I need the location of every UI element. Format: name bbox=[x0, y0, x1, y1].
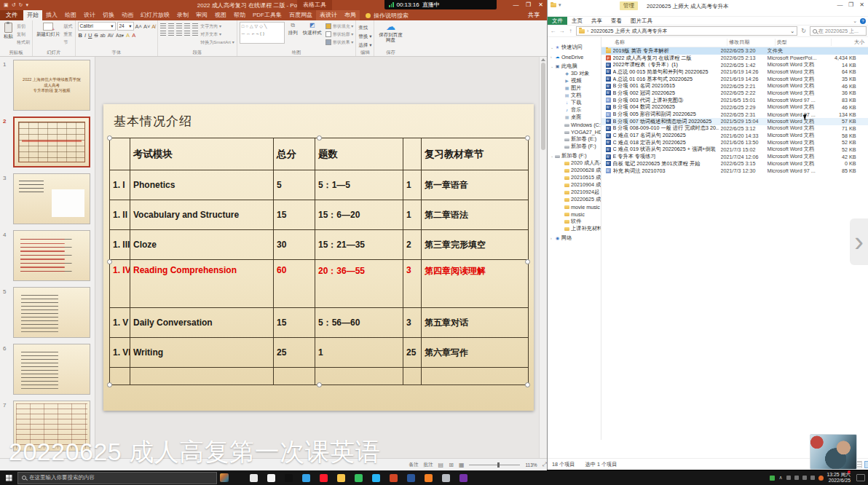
nav-pane-item[interactable]: 新加卷 (E:) bbox=[548, 135, 601, 143]
tray-volume-icon[interactable] bbox=[794, 476, 799, 480]
quick-styles-button[interactable]: ◩ 快速样式 bbox=[301, 22, 323, 36]
cut-button[interactable]: 剪切 bbox=[17, 23, 30, 30]
taskbar-app-icon[interactable] bbox=[407, 474, 415, 482]
bullets-icon[interactable] bbox=[160, 23, 166, 28]
ribbon-tab[interactable]: 开始 bbox=[23, 10, 42, 20]
nav-pane-item[interactable]: 下载 bbox=[548, 99, 601, 106]
justify-icon[interactable] bbox=[184, 31, 190, 36]
selection-handle[interactable] bbox=[107, 382, 112, 387]
file-row[interactable]: A 总说 01 016 基本句式 20220625 2021/6/19 14:2… bbox=[601, 76, 868, 83]
next-page-chevron[interactable]: › bbox=[850, 218, 868, 265]
selection-handle[interactable] bbox=[525, 135, 530, 141]
ribbon-tab[interactable]: 切换 bbox=[99, 10, 118, 20]
taskbar-app-icon[interactable] bbox=[302, 474, 310, 482]
taskbar-app-icon[interactable] bbox=[320, 474, 328, 482]
explorer-menu-tab[interactable]: 文件 bbox=[548, 17, 567, 25]
taskbar-app-icon[interactable] bbox=[250, 474, 258, 482]
explorer-search-input[interactable]: 在 20220625 上... bbox=[810, 26, 867, 36]
taskbar-app-icon[interactable] bbox=[372, 474, 380, 482]
file-row[interactable]: 2022 成人高考复习 在线课程 二版 2022/6/25 2:13 Micro… bbox=[601, 55, 868, 62]
file-row[interactable]: B 分项 007 动词概述和情态动词 20220625 2021/5/29 15… bbox=[601, 118, 868, 125]
nav-pane-item[interactable]: ⌄ 新加卷 (F:) bbox=[548, 152, 601, 159]
tray-network-icon[interactable] bbox=[802, 476, 807, 480]
font-size-select[interactable]: 24▾ bbox=[117, 22, 134, 31]
find-button[interactable]: 查找 bbox=[358, 25, 371, 31]
file-row[interactable]: 2019版 英语 专升本解析 2022/6/25 3:20 文件夹 bbox=[601, 47, 868, 55]
refresh-icon[interactable]: ↻ bbox=[800, 28, 808, 34]
tray-cloud-app-icon[interactable] bbox=[818, 476, 824, 481]
ribbon-collapse-icon[interactable]: ⌄ bbox=[853, 18, 857, 24]
nav-pane-item[interactable]: 20200628 成人高复 bbox=[548, 167, 601, 174]
bold-button[interactable]: B bbox=[79, 32, 82, 39]
zoom-slider[interactable] bbox=[469, 465, 520, 465]
ribbon-tab[interactable]: 布局 bbox=[341, 10, 360, 20]
underline-button[interactable]: U bbox=[88, 32, 92, 39]
strikethrough-button[interactable]: S bbox=[94, 32, 98, 39]
shape-fill-button[interactable]: 形状填充 ▾ bbox=[326, 23, 354, 30]
slide-thumbnail-image[interactable] bbox=[13, 344, 90, 395]
nav-pane-item[interactable]: 视频 bbox=[548, 77, 601, 84]
search-highlight-icon[interactable] bbox=[220, 473, 229, 482]
slide-thumbnail-image[interactable]: 2022 上海师范大学继续教育学院 成人高考 专升本阶段 复习视频 bbox=[13, 60, 90, 111]
slide-thumbnail[interactable]: 5 bbox=[3, 287, 90, 338]
nav-pane-item[interactable]: YOGA27_HDD (D:) bbox=[548, 128, 601, 135]
nav-pane-item[interactable]: ⌄ 此电脑 bbox=[548, 63, 601, 70]
text-direction-button[interactable]: 文字方向 ▾ bbox=[200, 23, 234, 30]
nav-pane-item[interactable]: › 网络 bbox=[548, 234, 601, 242]
nav-pane-item[interactable]: 20210904 成人高考 bbox=[548, 181, 601, 189]
explorer-menu-tab[interactable]: 主页 bbox=[567, 17, 587, 25]
ppt-scrollbar[interactable] bbox=[539, 57, 547, 459]
nav-pane-item[interactable]: 文档 bbox=[548, 92, 601, 99]
file-row[interactable]: C 难点 019 状语从句 20220625 + 强调+倒装 2021/7/3 … bbox=[601, 146, 868, 154]
share-button[interactable]: 共享 bbox=[528, 10, 540, 20]
table-row[interactable]: 1. IIVocabulary and Structure15 15：6—201… bbox=[110, 200, 529, 230]
shapes-gallery[interactable]: □○△▽◇╲─↔⌐¬{} bbox=[240, 22, 285, 44]
file-row[interactable]: B 分项 003 代词 上课补充图③ 2021/6/5 15:01 Micros… bbox=[601, 97, 868, 104]
italic-button[interactable]: I bbox=[84, 32, 86, 39]
action-center-icon[interactable] bbox=[856, 474, 865, 481]
maximize-icon[interactable]: ❐ bbox=[845, 1, 856, 8]
exam-table[interactable]: 考试模块 总分 题数 复习教材章节 1. IPhonetics5 5：1—51第… bbox=[109, 138, 528, 385]
nav-pane-item[interactable]: 音乐 bbox=[548, 106, 601, 114]
column-size[interactable]: 大小 bbox=[832, 39, 868, 46]
slide-title[interactable]: 基本情况介绍 bbox=[114, 113, 192, 130]
minimize-icon[interactable]: — bbox=[510, 0, 522, 10]
arrange-button[interactable]: ⧉ 排列 bbox=[287, 22, 299, 36]
nav-pane-item[interactable]: 软件 bbox=[548, 218, 601, 225]
tray-settings-icon[interactable] bbox=[810, 476, 815, 480]
copy-button[interactable]: 复制 bbox=[17, 31, 30, 38]
zoom-level[interactable]: 113% bbox=[525, 462, 537, 468]
tray-phone-icon[interactable] bbox=[786, 476, 791, 480]
table-row[interactable]: 1. IPhonetics5 5：1—51第一章语音 bbox=[110, 170, 529, 200]
shadow-button[interactable]: ab bbox=[100, 33, 105, 38]
nav-pane-item[interactable]: ⌄ 快速访问 bbox=[548, 44, 601, 51]
table-row[interactable]: 1. IVReading Comprehension60 20：36—553第四… bbox=[110, 260, 529, 308]
explorer-menu-tab[interactable]: 查看 bbox=[607, 17, 626, 25]
slide-thumbnail[interactable]: 4 bbox=[3, 230, 90, 281]
taskbar-app-icon[interactable] bbox=[390, 474, 398, 482]
slide-thumbnail-image[interactable] bbox=[13, 230, 90, 281]
taskbar-app-icon[interactable] bbox=[267, 474, 275, 482]
select-button[interactable]: 选择 ▾ bbox=[358, 42, 371, 49]
nav-pane-item[interactable]: 图片 bbox=[548, 84, 601, 92]
taskbar-search-input[interactable]: 在这里输入你要搜索的内容 bbox=[17, 472, 217, 484]
grow-font-icon[interactable]: A˄ bbox=[135, 23, 142, 30]
slide-thumbnail-image[interactable] bbox=[13, 287, 90, 338]
nav-pane-item[interactable]: 2020 成人高考 书籍 bbox=[548, 159, 601, 167]
ribbon-tab[interactable]: 帮助 bbox=[230, 10, 249, 20]
paste-button[interactable]: 粘贴 bbox=[2, 22, 15, 39]
shape-outline-button[interactable]: 形状轮廓 ▾ bbox=[326, 31, 354, 38]
align-text-button[interactable]: 对齐文本 ▾ bbox=[200, 31, 234, 38]
ribbon-tab[interactable]: 设计 bbox=[80, 10, 99, 20]
file-row[interactable]: C 难点 017 名词从句 20220625 2021/6/20 14:33 M… bbox=[601, 132, 868, 139]
smartart-button[interactable]: 转换为SmartArt ▾ bbox=[200, 39, 234, 46]
slide-thumbnail-image[interactable] bbox=[13, 173, 90, 224]
ribbon-tab[interactable]: 百度网盘 bbox=[285, 10, 316, 20]
increase-indent-icon[interactable] bbox=[184, 23, 190, 28]
line-spacing-icon[interactable] bbox=[192, 23, 198, 28]
file-row[interactable]: C 难点 018 定语从句 20220625 2021/6/26 13:50 M… bbox=[601, 139, 868, 146]
clear-format-icon[interactable]: A̸ bbox=[151, 23, 155, 30]
ribbon-tab[interactable]: 文件 bbox=[0, 10, 23, 20]
slide-thumbnail[interactable]: 1 2022 上海师范大学继续教育学院 成人高考 专升本阶段 复习视频 bbox=[3, 60, 90, 111]
ribbon-tab[interactable]: 动画 bbox=[118, 10, 137, 20]
